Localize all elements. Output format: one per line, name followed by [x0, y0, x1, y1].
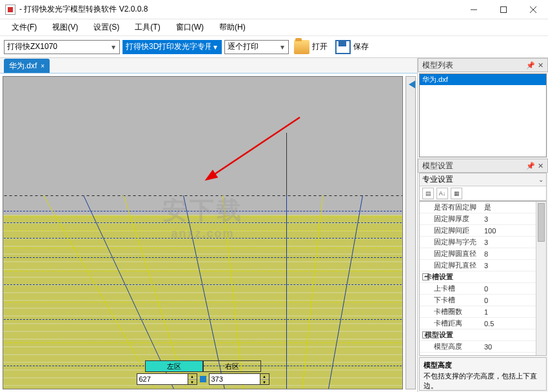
zone-right-button[interactable]: 右区	[203, 360, 261, 372]
zone-controls: 左区 右区 ▲▼ ▲▼	[137, 360, 269, 385]
menu-window[interactable]: 窗口(W)	[168, 19, 211, 35]
chevron-down-icon: ▾	[109, 43, 118, 52]
pin-icon[interactable]: 📌	[526, 162, 535, 170]
save-label: 保存	[353, 41, 369, 52]
property-group[interactable]: –模型设置	[420, 329, 536, 341]
zone-slider-handle[interactable]	[200, 376, 206, 382]
menu-bar: 文件(F) 视图(V) 设置(S) 工具(T) 窗口(W) 帮助(H)	[0, 19, 548, 36]
property-toolbar: ▤ A↓ ▦	[420, 186, 546, 201]
panel-close-icon[interactable]: ✕	[538, 162, 543, 170]
save-button[interactable]: 保存	[333, 39, 371, 55]
property-row[interactable]: 卡槽距离0.5	[420, 318, 536, 329]
printer-select-value: 打得快ZX1070	[7, 41, 109, 52]
svg-line-4	[213, 117, 300, 175]
menu-view[interactable]: 视图(V)	[44, 19, 86, 35]
svg-rect-1	[501, 6, 507, 12]
window-title: - 打得快发光字模型转换软件 V2.0.0.8	[19, 4, 459, 15]
model-list-title: 模型列表	[422, 60, 453, 71]
chevron-down-icon: ⌄	[538, 176, 543, 183]
printer-select[interactable]: 打得快ZX1070 ▾	[4, 40, 120, 54]
open-label: 打开	[312, 41, 328, 52]
sort-az-icon[interactable]: A↓	[436, 188, 448, 199]
toolbar: 打得快ZX1070 ▾ 打得快3D打印发光字专用 ▾ 逐个打印 ▾ 打开 保存	[0, 36, 548, 58]
annotation-arrow	[203, 114, 306, 185]
pin-icon[interactable]: 📌	[526, 61, 535, 70]
property-scrollbar[interactable]	[536, 202, 546, 355]
model-list[interactable]: 华为.dxf	[419, 74, 547, 157]
scroll-marker-icon	[409, 81, 415, 88]
property-row[interactable]: 模型高度30	[420, 341, 536, 353]
property-row[interactable]: 是否有固定脚是	[420, 202, 536, 213]
list-item[interactable]: 华为.dxf	[420, 74, 546, 85]
property-row[interactable]: 下卡槽0	[420, 295, 536, 306]
viewport-scrollbar[interactable]	[406, 76, 416, 389]
open-button[interactable]: 打开	[291, 39, 330, 55]
print-mode-select[interactable]: 逐个打印 ▾	[224, 40, 289, 54]
tab-close-icon[interactable]: ×	[41, 63, 44, 70]
section-select[interactable]: 专业设置 ⌄	[420, 173, 546, 186]
zone-left-button[interactable]: 左区	[145, 360, 203, 372]
save-icon	[335, 40, 351, 54]
property-row[interactable]: 固定脚间距100	[420, 225, 536, 237]
props-icon[interactable]: ▦	[451, 188, 462, 199]
chevron-down-icon: ▾	[278, 43, 287, 52]
app-icon	[5, 5, 15, 15]
print-mode-value: 逐个打印	[228, 41, 278, 52]
profile-select[interactable]: 打得快3D打印发光字专用 ▾	[122, 40, 222, 54]
menu-file[interactable]: 文件(F)	[4, 19, 44, 35]
property-row[interactable]: 固定脚与字壳3	[420, 237, 536, 248]
property-row[interactable]: 卡槽圈数1	[420, 306, 536, 318]
document-tab[interactable]: 华为.dxf ×	[4, 59, 50, 73]
stepper-left[interactable]: ▲▼	[188, 373, 197, 385]
document-tabstrip: 华为.dxf ×	[0, 58, 417, 74]
model-settings-title: 模型设置	[422, 161, 453, 172]
viewport-3d[interactable]: 安下载 anxz.com 左区 右区 ▲▼	[3, 76, 403, 389]
property-grid[interactable]: 是否有固定脚是固定脚厚度3固定脚间距100固定脚与字壳3固定脚圆直径8固定脚孔直…	[419, 201, 547, 356]
minimize-button[interactable]	[459, 0, 489, 19]
profile-select-value: 打得快3D打印发光字专用	[126, 41, 211, 52]
panel-close-icon[interactable]: ✕	[538, 61, 543, 70]
model-settings-header: 模型设置 📌 ✕	[418, 159, 548, 173]
zone-left-input[interactable]	[137, 373, 188, 385]
close-button[interactable]	[518, 0, 548, 19]
model-list-header: 模型列表 📌 ✕	[418, 58, 548, 72]
property-row[interactable]: 固定脚圆直径8	[420, 248, 536, 260]
chevron-down-icon: ▾	[211, 43, 220, 52]
desc-body: 不包括支撑的字壳高度，包括上下直边。	[424, 371, 542, 391]
settings-section: 专业设置 ⌄ ▤ A↓ ▦	[419, 173, 547, 201]
maximize-button[interactable]	[489, 0, 518, 19]
desc-title: 模型高度	[424, 360, 542, 370]
tab-label: 华为.dxf	[9, 61, 37, 72]
categorize-icon[interactable]: ▤	[422, 188, 434, 199]
section-label: 专业设置	[422, 174, 453, 185]
zone-right-input[interactable]	[209, 373, 260, 385]
stepper-right[interactable]: ▲▼	[260, 373, 269, 385]
menu-help[interactable]: 帮助(H)	[211, 19, 253, 35]
ground-plane	[3, 195, 402, 389]
property-group[interactable]: –卡槽设置	[420, 271, 536, 283]
title-bar: - 打得快发光字模型转换软件 V2.0.0.8	[0, 0, 548, 19]
menu-settings[interactable]: 设置(S)	[86, 19, 127, 35]
menu-tools[interactable]: 工具(T)	[127, 19, 168, 35]
property-description: 模型高度 不包括支撑的字壳高度，包括上下直边。	[419, 357, 547, 391]
folder-open-icon	[294, 40, 309, 54]
property-row[interactable]: 固定脚孔直径3	[420, 260, 536, 271]
property-row[interactable]: 上卡槽0	[420, 283, 536, 295]
property-row[interactable]: 固定脚厚度3	[420, 213, 536, 225]
